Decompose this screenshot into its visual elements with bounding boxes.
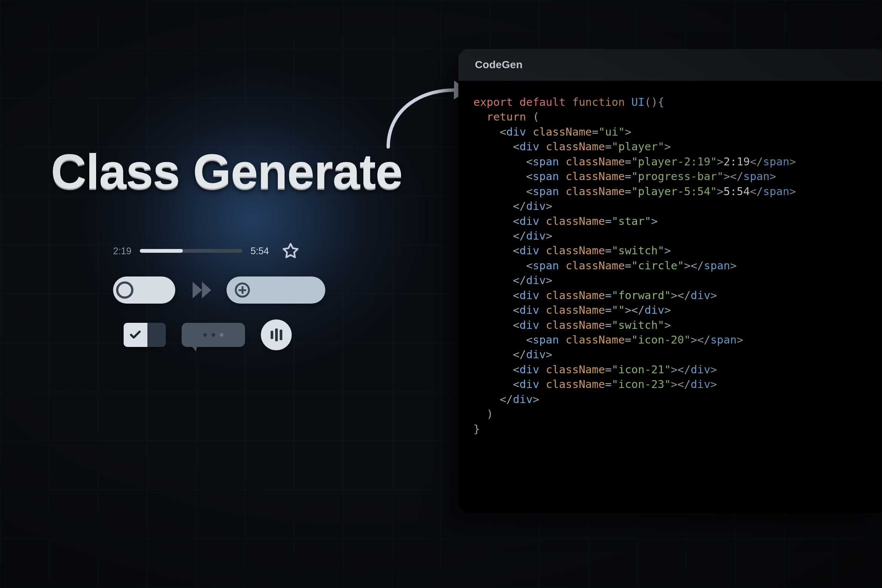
widget-cluster: 2:19 5:54 <box>113 240 400 350</box>
toggle-switch[interactable] <box>113 276 175 304</box>
code-block: export default function UI(){ return ( <… <box>458 81 882 513</box>
dot-icon <box>211 333 215 337</box>
fast-forward-icon[interactable] <box>187 278 215 302</box>
panel-titlebar: CodeGen <box>458 49 882 81</box>
audio-player: 2:19 5:54 <box>113 240 400 262</box>
progress-fill <box>140 249 183 253</box>
progress-track[interactable] <box>140 249 242 253</box>
circle-icon <box>116 281 133 299</box>
bar-icon <box>280 330 282 340</box>
check-icon <box>129 328 142 341</box>
add-pill-button[interactable] <box>227 276 325 304</box>
plus-icon <box>235 283 250 298</box>
dot-icon <box>203 333 207 337</box>
player-total: 5:54 <box>251 246 269 257</box>
bar-icon <box>275 328 278 341</box>
dot-icon <box>220 333 224 337</box>
player-elapsed: 2:19 <box>113 246 132 257</box>
bar-icon <box>271 331 273 339</box>
code-panel: CodeGen export default function UI(){ re… <box>458 49 882 513</box>
checkbox-toggle[interactable] <box>124 323 166 347</box>
page-title: Class Generate <box>51 143 403 200</box>
panel-title: CodeGen <box>475 59 523 71</box>
chart-button[interactable] <box>261 319 292 350</box>
chat-bubble[interactable] <box>182 323 245 347</box>
star-icon[interactable] <box>282 242 300 260</box>
